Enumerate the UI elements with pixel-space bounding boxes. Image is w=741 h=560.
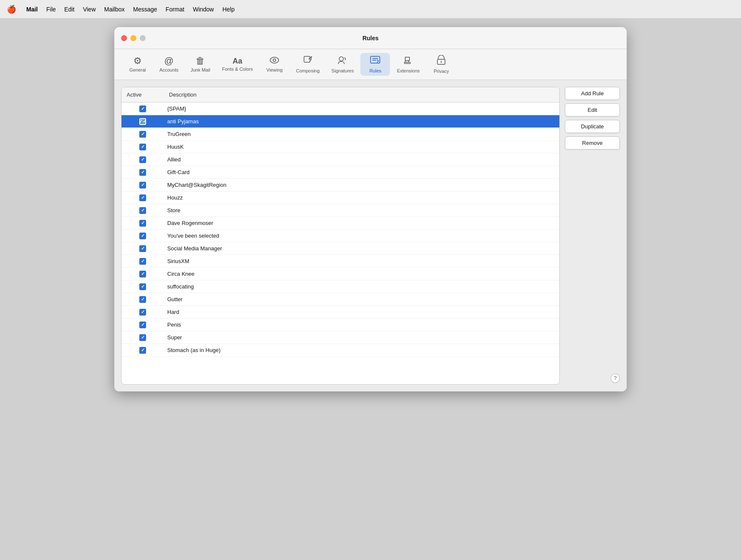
toolbar-privacy[interactable]: Privacy — [426, 53, 456, 76]
checkbox-penis[interactable] — [139, 322, 146, 328]
apple-menu[interactable]: 🍎 — [7, 5, 16, 14]
checkbox-cell[interactable] — [122, 129, 164, 139]
menu-help[interactable]: Help — [222, 6, 235, 13]
table-row[interactable]: Houzz — [122, 191, 559, 204]
checkbox-cell[interactable] — [122, 231, 164, 241]
close-button[interactable] — [121, 35, 127, 41]
edit-button[interactable]: Edit — [565, 103, 620, 116]
duplicate-button[interactable]: Duplicate — [565, 120, 620, 133]
table-row[interactable]: Hard — [122, 306, 559, 319]
table-row[interactable]: Stomach (as in Huge) — [122, 344, 559, 357]
checkbox-houzz[interactable] — [139, 194, 146, 201]
checkbox-stomach[interactable] — [139, 347, 146, 354]
checkbox-super[interactable] — [139, 334, 146, 341]
help-button[interactable]: ? — [611, 374, 620, 383]
action-buttons: Add Rule Edit Duplicate Remove — [565, 87, 620, 150]
add-rule-button[interactable]: Add Rule — [565, 87, 620, 100]
viewing-icon — [269, 56, 279, 66]
checkbox-circa[interactable] — [139, 271, 146, 277]
header-description: Description — [164, 90, 559, 100]
checkbox-mychart[interactable] — [139, 182, 146, 189]
menu-file[interactable]: File — [46, 6, 56, 13]
table-row[interactable]: You've been selected — [122, 230, 559, 242]
row-description-selected: You've been selected — [164, 231, 559, 241]
checkbox-cell[interactable] — [122, 320, 164, 330]
table-row[interactable]: Circa Knee — [122, 268, 559, 280]
table-row[interactable]: Social Media Manager — [122, 242, 559, 255]
toolbar-general[interactable]: ⚙ General — [123, 54, 152, 75]
app-name[interactable]: Mail — [26, 6, 38, 13]
table-row[interactable]: SiriusXM — [122, 255, 559, 268]
menu-format[interactable]: Format — [166, 6, 184, 13]
checkbox-cell[interactable] — [122, 155, 164, 165]
checkbox-selected[interactable] — [139, 233, 146, 239]
toolbar-accounts[interactable]: @ Accounts — [154, 54, 184, 75]
checkbox-trugreen[interactable] — [139, 131, 146, 138]
table-row[interactable]: TruGreen — [122, 128, 559, 141]
table-row[interactable]: Store — [122, 204, 559, 217]
checkbox-social[interactable] — [139, 245, 146, 252]
checkbox-huusk[interactable] — [139, 144, 146, 150]
table-row[interactable]: HuusK — [122, 141, 559, 153]
table-header: Active Description — [122, 87, 559, 103]
checkbox-suffocating[interactable] — [139, 283, 146, 290]
rules-icon — [370, 55, 381, 67]
desktop: Rules ⚙ General @ Accounts 🗑 Junk Mail A… — [0, 19, 741, 560]
checkbox-cell[interactable] — [122, 244, 164, 254]
checkbox-cell[interactable] — [122, 167, 164, 177]
table-row[interactable]: MyChart@SkagitRegion — [122, 179, 559, 191]
checkbox-cell[interactable] — [122, 345, 164, 355]
menu-mailbox[interactable]: Mailbox — [104, 6, 124, 13]
table-row[interactable]: Dave Rogenmoser — [122, 217, 559, 230]
checkbox-cell[interactable] — [122, 205, 164, 216]
table-row[interactable]: Gutter — [122, 293, 559, 306]
checkbox-gutter[interactable] — [139, 296, 146, 303]
toolbar-composing[interactable]: Composing — [291, 53, 325, 76]
checkbox-cell[interactable] — [122, 282, 164, 292]
checkbox-cell[interactable] — [122, 104, 164, 114]
checkbox-store[interactable] — [139, 207, 146, 214]
toolbar-viewing[interactable]: Viewing — [260, 54, 289, 75]
table-row[interactable]: Super — [122, 331, 559, 344]
checkbox-spam[interactable] — [139, 105, 146, 112]
checkbox-dave[interactable] — [139, 220, 146, 227]
table-row[interactable]: suffocating — [122, 280, 559, 293]
remove-button[interactable]: Remove — [565, 136, 620, 150]
table-row[interactable]: Penis — [122, 319, 559, 331]
checkbox-cell[interactable] — [122, 294, 164, 305]
checkbox-cell[interactable] — [122, 218, 164, 228]
checkbox-allied[interactable] — [139, 156, 146, 163]
table-row[interactable]: ✓ anti Pyjamas — [122, 115, 559, 128]
checkbox-cell[interactable] — [122, 269, 164, 279]
checkbox-cell[interactable]: ✓ — [122, 116, 164, 127]
table-body[interactable]: {SPAM} ✓ anti Pyjamas TruGreen HuusK — [122, 103, 559, 384]
table-row[interactable]: Allied — [122, 153, 559, 166]
menu-window[interactable]: Window — [193, 6, 214, 13]
toolbar-rules-label: Rules — [369, 68, 381, 73]
checkbox-gift-card[interactable] — [139, 169, 146, 176]
checkbox-cell[interactable] — [122, 180, 164, 190]
window-title: Rules — [362, 35, 379, 42]
toolbar-fonts-colors[interactable]: Aa Fonts & Colors — [217, 55, 258, 74]
menu-message[interactable]: Message — [133, 6, 157, 13]
menu-view[interactable]: View — [83, 6, 96, 13]
toolbar-rules[interactable]: Rules — [360, 53, 390, 76]
checkbox-cell[interactable] — [122, 333, 164, 343]
toolbar-signatures[interactable]: Signatures — [326, 53, 359, 76]
checkbox-anti-pyjamas[interactable]: ✓ — [139, 118, 146, 125]
checkbox-hard[interactable] — [139, 309, 146, 316]
table-row[interactable]: Gift-Card — [122, 166, 559, 179]
toolbar-junk-mail[interactable]: 🗑 Junk Mail — [185, 54, 215, 75]
checkbox-cell[interactable] — [122, 142, 164, 152]
row-description-hard: Hard — [164, 307, 559, 317]
maximize-button[interactable] — [140, 35, 146, 41]
minimize-button[interactable] — [130, 35, 136, 41]
checkbox-sirius[interactable] — [139, 258, 146, 265]
checkbox-cell[interactable] — [122, 193, 164, 203]
toolbar-extensions[interactable]: Extensions — [392, 53, 425, 76]
checkbox-cell[interactable] — [122, 256, 164, 266]
table-row[interactable]: {SPAM} — [122, 103, 559, 115]
menu-edit[interactable]: Edit — [64, 6, 75, 13]
junk-icon: 🗑 — [196, 56, 205, 66]
checkbox-cell[interactable] — [122, 307, 164, 317]
